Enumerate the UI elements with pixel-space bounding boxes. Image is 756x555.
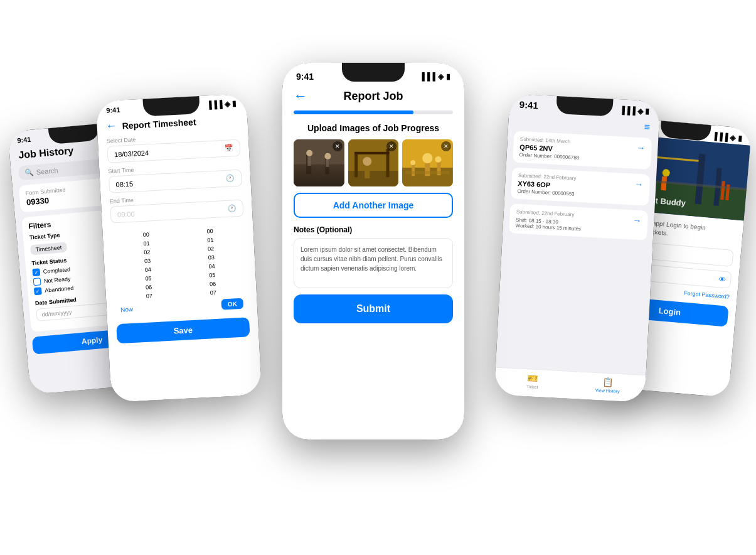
notes-input[interactable]: Lorem ipsum dolor sit amet consectet. Bi… (294, 238, 453, 288)
eye-icon[interactable]: 👁 (718, 275, 727, 284)
submit-button[interactable]: Submit (294, 294, 453, 323)
job-card-2: Submitted: 22nd February XY63 6OP Order … (511, 167, 650, 205)
uploaded-image-1: ✕ (294, 139, 344, 186)
job-row-1: Submitted: 14th March QP65 2NV Order Num… (519, 136, 646, 164)
add-image-button[interactable]: Add Another Image (294, 193, 453, 218)
search-icon-1: 🔍 (24, 168, 34, 177)
uploaded-image-3: ✕ (402, 139, 453, 186)
job-card-1: Submitted: 14th March QP65 2NV Order Num… (513, 131, 652, 169)
time-picker[interactable]: 00 01 02 03 04 05 06 07 00 01 02 03 (111, 222, 248, 320)
calendar-icon-2: 📅 (224, 144, 233, 153)
svg-point-20 (435, 156, 442, 163)
uploaded-images-row: ✕ ✕ (282, 139, 464, 186)
scene: 9:41 ▐▐▐ ◈ ▮ Job History 🔍 Search Form S… (0, 0, 756, 555)
svg-point-13 (363, 157, 371, 166)
now-button[interactable]: Now (120, 306, 134, 313)
shift-info: Shift: 08:15 - 18:30 Worked: 10 hours 15… (515, 217, 581, 232)
svg-point-22 (410, 160, 415, 165)
report-timesheet-title: Report Timesheet (122, 117, 196, 131)
completed-checkbox[interactable]: ✓ (32, 268, 40, 276)
wifi-icon: ◈ (438, 72, 444, 81)
job-details-3: Submitted: 22nd February Shift: 08:15 - … (515, 209, 582, 232)
time-3: 9:41 (296, 72, 314, 82)
start-time-value: 08:15 (115, 180, 133, 188)
signal-icons-3: ▐▐▐ ◈ ▮ (419, 72, 450, 81)
history-icon: 📋 (570, 375, 646, 389)
filter-icon-4[interactable]: ≡ (644, 121, 650, 132)
nav-history[interactable]: 📋 View History (570, 375, 646, 395)
time-columns: 00 01 02 03 04 05 06 07 00 01 02 03 (115, 225, 245, 302)
abandoned-checkbox[interactable]: ✓ (34, 287, 42, 295)
svg-rect-10 (354, 152, 358, 177)
abandoned-label: Abandoned (45, 285, 74, 294)
notch-4 (556, 96, 613, 117)
end-time-value: 00:00 (117, 210, 135, 218)
signal-icons-5: ▐▐▐ ◈ ▮ (711, 131, 742, 143)
notready-label: Not Ready (44, 276, 71, 284)
signal-icons-4: ▐▐▐ ◈ ▮ (619, 105, 650, 116)
date-value-2: 18/03/2024 (114, 149, 149, 158)
minutes-column[interactable]: 00 01 02 03 04 05 06 07 (179, 225, 244, 299)
job-details-2: Submitted: 22nd February XY63 6OP Order … (517, 173, 576, 197)
end-time-section: End Time 00:00 🕐 (101, 191, 253, 224)
back-button-3[interactable]: ← (294, 88, 307, 104)
hours-column[interactable]: 00 01 02 03 04 05 06 07 (115, 229, 181, 302)
back-button-2[interactable]: ← (105, 119, 117, 133)
report-job-title: Report Job (343, 90, 403, 103)
remove-image-3[interactable]: ✕ (441, 141, 451, 151)
svg-rect-14 (365, 166, 370, 178)
save-button-2[interactable]: Save (116, 317, 250, 343)
signal-icons-2: ▐▐▐ ◈ ▮ (206, 99, 237, 110)
battery-icon: ▮ (446, 72, 450, 81)
clock-icon-3: 🕐 (227, 204, 237, 213)
report-job-header: ← Report Job (282, 84, 464, 110)
start-time-section: Start Time 08:15 🕐 (99, 161, 251, 194)
svg-rect-1 (294, 164, 344, 186)
ticket-icon: 🎫 (495, 371, 571, 385)
progress-bar (294, 110, 453, 114)
ok-button[interactable]: OK (221, 298, 243, 310)
job-arrow-3[interactable]: → (632, 215, 642, 226)
notes-label: Notes (Optional) (282, 225, 464, 234)
uploaded-image-2: ✕ (348, 139, 399, 186)
date-placeholder-1: dd/mm/yyyy (41, 309, 72, 318)
phone-job-history-right: 9:41 ▐▐▐ ◈ ▮ ≡ Submitted: 14th March QP6… (494, 94, 661, 402)
job-row-2: Submitted: 22nd February XY63 6OP Order … (517, 173, 644, 200)
notready-checkbox[interactable] (33, 278, 41, 286)
remove-image-1[interactable]: ✕ (333, 141, 343, 151)
submitted-label-3: Submitted: 22nd February (516, 209, 582, 218)
time-4: 9:41 (519, 99, 538, 111)
progress-fill (294, 110, 413, 114)
phone-report-timesheet: 9:41 ▐▐▐ ◈ ▮ ← Report Timesheet Select D… (96, 94, 262, 402)
signal-icon: ▐▐▐ (419, 72, 435, 81)
search-placeholder-1: Search (36, 166, 58, 176)
job-details-1: Submitted: 14th March QP65 2NV Order Num… (519, 136, 580, 161)
ticket-type-value: Timesheet (30, 242, 67, 255)
svg-rect-6 (307, 156, 311, 166)
completed-label: Completed (43, 266, 70, 275)
time-1: 9:41 (17, 136, 31, 144)
clock-icon-2: 🕐 (226, 174, 235, 183)
job-arrow-1[interactable]: → (636, 143, 646, 153)
job-card-3: Submitted: 22nd February Shift: 08:15 - … (509, 203, 648, 240)
svg-rect-21 (412, 164, 415, 176)
svg-point-5 (324, 153, 331, 159)
upload-title: Upload Images of Job Progress (282, 123, 464, 133)
svg-point-4 (306, 150, 312, 156)
notch-3 (342, 63, 405, 82)
job-arrow-2[interactable]: → (634, 179, 644, 190)
svg-rect-23 (405, 171, 450, 174)
job-row-3: Submitted: 22nd February Shift: 08:15 - … (515, 209, 641, 235)
bottom-nav-4: 🎫 Ticket 📋 View History (494, 367, 646, 402)
time-2: 9:41 (106, 106, 120, 114)
svg-point-17 (423, 153, 433, 163)
svg-rect-7 (326, 159, 329, 167)
svg-rect-12 (354, 152, 389, 154)
phone-report-job-center: 9:41 ▐▐▐ ◈ ▮ ← Report Job Upload Images … (282, 63, 464, 439)
history-nav-label: View History (595, 388, 620, 394)
ticket-nav-label: Ticket (526, 384, 538, 389)
nav-ticket[interactable]: 🎫 Ticket (494, 371, 570, 391)
